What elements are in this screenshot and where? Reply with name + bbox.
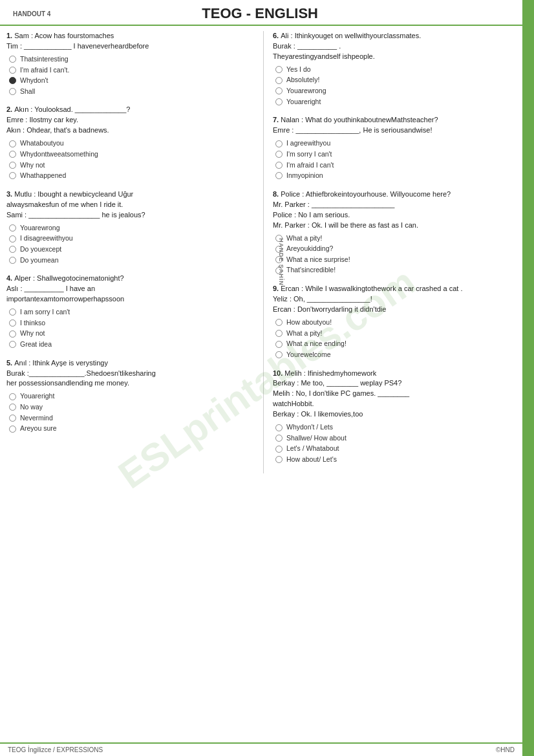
option-row[interactable]: Shall <box>9 87 257 96</box>
radio-button[interactable] <box>275 151 283 158</box>
option-row[interactable]: I'm afraid I can't <box>275 161 521 170</box>
question-block-q4: 4. Alper : Shallwegotocinematonight? Asl… <box>6 274 257 349</box>
option-row[interactable]: What a nice ending! <box>275 340 521 349</box>
option-row[interactable]: That'sincredible! <box>275 266 521 275</box>
option-label: Areyoukidding? <box>286 244 333 254</box>
radio-button[interactable] <box>9 162 16 169</box>
option-row[interactable]: Youarewrong <box>9 224 257 233</box>
option-row[interactable]: Youareright <box>9 392 257 401</box>
radio-button[interactable] <box>275 435 283 442</box>
right-column: 6. Ali : Ithinkyouget on wellwithyourcla… <box>264 31 521 473</box>
option-label: Youarewrong <box>20 224 60 233</box>
radio-button[interactable] <box>9 319 16 327</box>
question-block-q6: 6. Ali : Ithinkyouget on wellwithyourcla… <box>273 31 521 106</box>
option-row[interactable]: Great idea <box>9 340 257 349</box>
option-row[interactable]: Shallwe/ How about <box>275 434 521 443</box>
radio-button[interactable] <box>9 257 16 264</box>
radio-button[interactable] <box>9 224 16 232</box>
option-row[interactable]: What a pity! <box>275 329 521 338</box>
option-row[interactable]: Thatsinteresting <box>9 55 257 64</box>
option-label: I disagreewithyou <box>20 234 73 243</box>
question-block-q9: 9. Ercan : While I waswalkingtothework a… <box>273 284 521 359</box>
option-row[interactable]: Whathappened <box>9 171 257 180</box>
option-row[interactable]: Whydon't <box>9 76 257 85</box>
option-row[interactable]: I agreewithyou <box>275 139 521 148</box>
option-row[interactable]: How about/ Let's <box>275 455 521 464</box>
radio-button[interactable] <box>275 319 283 326</box>
radio-button[interactable] <box>9 415 16 422</box>
option-row[interactable]: Whydonttweeatsomething <box>9 150 257 159</box>
radio-button[interactable] <box>275 87 283 94</box>
radio-button[interactable] <box>275 351 283 358</box>
option-label: Great idea <box>20 340 52 349</box>
radio-button[interactable] <box>275 446 283 453</box>
radio-button[interactable] <box>275 341 283 348</box>
option-label: Whydonttweeatsomething <box>20 150 98 159</box>
options-q10: Whydon't / LetsShallwe/ How aboutLet's /… <box>275 423 521 464</box>
radio-button[interactable] <box>9 404 16 411</box>
radio-button[interactable] <box>9 426 16 433</box>
radio-button[interactable] <box>9 56 16 63</box>
option-label: I am sorry I can't <box>20 308 70 317</box>
radio-button[interactable] <box>9 308 16 316</box>
option-label: I'm afraid I can't. <box>20 66 69 75</box>
radio-button[interactable] <box>9 151 16 158</box>
option-row[interactable]: Do youexcept <box>9 245 257 254</box>
options-q3: YouarewrongI disagreewithyouDo youexcept… <box>9 224 257 265</box>
option-row[interactable]: Nevermind <box>9 414 257 423</box>
question-text-q5: 5. Anıl : Ithink Ayşe is verystingy Bura… <box>6 358 257 389</box>
radio-button[interactable] <box>9 393 16 400</box>
radio-button[interactable] <box>275 77 283 84</box>
option-label: Nevermind <box>20 414 53 423</box>
option-row[interactable]: Whataboutyou <box>9 139 257 148</box>
radio-button[interactable] <box>275 66 283 73</box>
option-label: How aboutyou! <box>286 318 332 327</box>
option-label: Shall <box>20 87 35 96</box>
option-row[interactable]: How aboutyou! <box>275 318 521 327</box>
option-row[interactable]: Do youmean <box>9 256 257 265</box>
radio-button[interactable] <box>9 172 16 179</box>
option-row[interactable]: Youarewrong <box>275 87 521 96</box>
radio-button[interactable] <box>9 235 16 243</box>
question-text-q7: 7. Nalan : What do youthinkaboutnewMaths… <box>273 115 521 136</box>
radio-button[interactable] <box>275 140 283 147</box>
option-row[interactable]: Areyoukidding? <box>275 244 521 254</box>
option-row[interactable]: I disagreewithyou <box>9 234 257 243</box>
option-row[interactable]: Absolutely! <box>275 76 521 85</box>
option-row[interactable]: Inmyopinion <box>275 171 521 180</box>
option-row[interactable]: Youareright <box>275 98 521 107</box>
option-row[interactable]: I'm afraid I can't. <box>9 66 257 75</box>
option-row[interactable]: Why not <box>9 161 257 170</box>
option-row[interactable]: I am sorry I can't <box>9 308 257 317</box>
radio-button[interactable] <box>9 341 16 348</box>
option-row[interactable]: What a nice surprise! <box>275 255 521 265</box>
question-block-q2: 2. Akın : Youlooksad. _____________? Emr… <box>6 105 257 180</box>
radio-button[interactable] <box>275 424 283 431</box>
option-label: Whydon't <box>20 76 48 85</box>
option-row[interactable]: I thinkso <box>9 319 257 328</box>
option-row[interactable]: I'm sorry I can't <box>275 150 521 159</box>
question-text-q6: 6. Ali : Ithinkyouget on wellwithyourcla… <box>273 31 521 62</box>
option-row[interactable]: What a pity! <box>275 234 521 243</box>
radio-button[interactable] <box>275 172 283 179</box>
radio-button[interactable] <box>275 98 283 105</box>
option-row[interactable]: Areyou sure <box>9 424 257 433</box>
radio-button[interactable] <box>9 77 16 84</box>
radio-button[interactable] <box>9 140 16 147</box>
handout-label: HANDOUT 4 <box>13 10 50 17</box>
option-row[interactable]: Whydon't / Lets <box>275 423 521 432</box>
option-row[interactable]: Why not <box>9 329 257 338</box>
option-label: Whataboutyou <box>20 139 64 148</box>
option-row[interactable]: Yourewelcome <box>275 351 521 360</box>
radio-button[interactable] <box>9 67 16 74</box>
radio-button[interactable] <box>275 456 283 463</box>
option-row[interactable]: Let's / Whatabout <box>275 444 521 453</box>
radio-button[interactable] <box>9 88 16 95</box>
option-row[interactable]: No way <box>9 403 257 412</box>
radio-button[interactable] <box>9 246 16 253</box>
radio-button[interactable] <box>9 330 16 338</box>
option-label: What a nice ending! <box>286 340 347 349</box>
radio-button[interactable] <box>275 330 283 337</box>
option-row[interactable]: Yes I do <box>275 65 521 74</box>
radio-button[interactable] <box>275 162 283 169</box>
